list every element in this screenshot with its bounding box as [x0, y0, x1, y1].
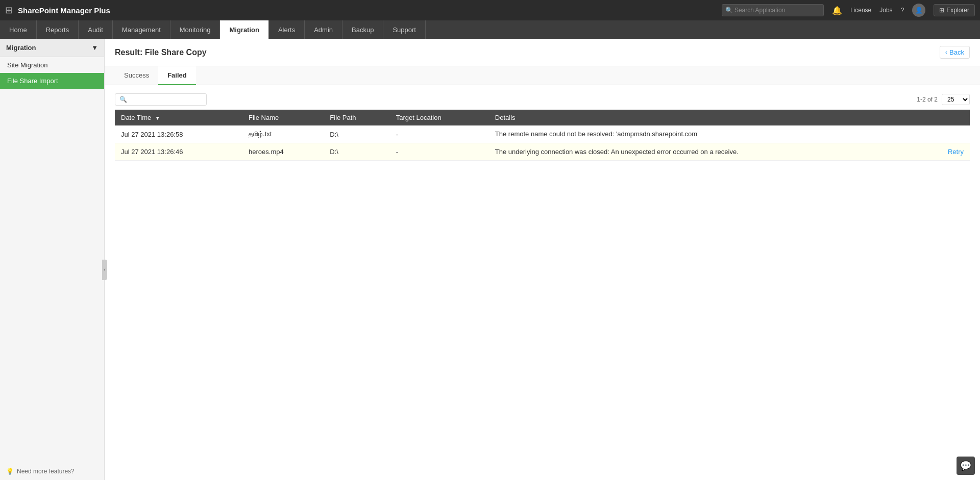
back-label: Back — [949, 48, 964, 56]
nav-item-migration[interactable]: Migration — [220, 20, 269, 39]
col-target: Target Location — [390, 110, 489, 125]
cell-filepath-0: D:\ — [324, 125, 389, 143]
explorer-label: Explorer — [946, 7, 969, 14]
sidebar-item-file-share-import[interactable]: File Share Import — [0, 73, 104, 89]
main-content: Result: File Share Copy ‹ Back Success F… — [105, 39, 980, 480]
cell-target-1: - — [390, 143, 489, 161]
table-area: 🔍 1-2 of 2 25 50 100 Date Time ▼ F — [105, 85, 980, 480]
page-header: Result: File Share Copy ‹ Back — [105, 39, 980, 66]
back-button[interactable]: ‹ Back — [940, 46, 970, 59]
detail-text-0: The remote name could not be resolved: '… — [495, 130, 699, 138]
table-toolbar: 🔍 1-2 of 2 25 50 100 — [115, 93, 970, 106]
data-table: Date Time ▼ File Name File Path Target L… — [115, 110, 970, 161]
grid-icon[interactable]: ⊞ — [5, 5, 13, 16]
cell-filepath-1: D:\ — [324, 143, 389, 161]
sidebar-item-site-migration-label: Site Migration — [7, 61, 47, 69]
bell-icon[interactable]: 🔔 — [832, 6, 842, 15]
sidebar-footer-label: Need more features? — [17, 468, 75, 475]
sidebar-item-file-share-import-label: File Share Import — [7, 77, 58, 85]
sidebar-item-site-migration[interactable]: Site Migration — [0, 57, 104, 73]
app-logo: SharePoint Manager Plus — [18, 6, 110, 15]
table-row: Jul 27 2021 13:26:46heroes.mp4D:\-The un… — [115, 143, 970, 161]
nav-bar: HomeReportsAuditManagementMonitoringMigr… — [0, 20, 980, 39]
search-icon: 🔍 — [725, 7, 733, 14]
col-details: Details — [489, 110, 970, 125]
cell-datetime-0: Jul 27 2021 13:26:58 — [115, 125, 242, 143]
nav-item-support[interactable]: Support — [383, 20, 426, 39]
table-search-input[interactable] — [129, 96, 202, 103]
cell-datetime-1: Jul 27 2021 13:26:46 — [115, 143, 242, 161]
top-bar-right: 🔍 🔔 License Jobs ? 👤 ⊞ Explorer — [722, 4, 975, 17]
sort-arrow-datetime: ▼ — [155, 115, 160, 121]
sidebar-collapse-handle[interactable]: ‹ — [102, 260, 107, 280]
tabs-bar: Success Failed — [105, 66, 980, 85]
col-filename: File Name — [242, 110, 324, 125]
top-bar-left: ⊞ SharePoint Manager Plus — [5, 5, 110, 16]
table-meta: 1-2 of 2 25 50 100 — [917, 94, 970, 105]
nav-item-backup[interactable]: Backup — [342, 20, 383, 39]
avatar[interactable]: 👤 — [912, 4, 925, 17]
retry-link-1[interactable]: Retry — [948, 148, 964, 156]
sidebar: Migration ▼ Site Migration File Share Im… — [0, 39, 105, 480]
cell-filename-1: heroes.mp4 — [242, 143, 324, 161]
sidebar-header[interactable]: Migration ▼ — [0, 39, 104, 57]
per-page-select[interactable]: 25 50 100 — [942, 94, 970, 105]
sidebar-header-label: Migration — [6, 44, 36, 52]
tab-failed-label: Failed — [167, 71, 187, 79]
nav-item-audit[interactable]: Audit — [79, 20, 113, 39]
cell-filename-0: தமிழ்.txt — [242, 125, 324, 143]
sidebar-collapse-icon[interactable]: ▼ — [91, 44, 98, 52]
explorer-button[interactable]: ⊞ Explorer — [934, 4, 975, 16]
nav-item-monitoring[interactable]: Monitoring — [170, 20, 220, 39]
table-row: Jul 27 2021 13:26:58தமிழ்.txtD:\-The rem… — [115, 125, 970, 143]
table-header-row: Date Time ▼ File Name File Path Target L… — [115, 110, 970, 125]
nav-item-alerts[interactable]: Alerts — [269, 20, 305, 39]
tab-success[interactable]: Success — [115, 66, 158, 85]
cell-details-1: The underlying connection was closed: An… — [489, 143, 970, 160]
top-bar: ⊞ SharePoint Manager Plus 🔍 🔔 License Jo… — [0, 0, 980, 20]
table-search[interactable]: 🔍 — [115, 93, 207, 106]
nav-item-management[interactable]: Management — [113, 20, 170, 39]
search-wrapper: 🔍 — [722, 4, 824, 16]
chat-bubble[interactable]: 💬 — [957, 457, 975, 475]
license-link[interactable]: License — [850, 7, 871, 14]
pagination-label: 1-2 of 2 — [917, 96, 938, 103]
page-title: Result: File Share Copy — [115, 48, 207, 57]
search-input[interactable] — [722, 4, 824, 16]
cell-details-0: The remote name could not be resolved: '… — [489, 125, 970, 142]
chat-icon: 💬 — [960, 460, 971, 471]
nav-item-reports[interactable]: Reports — [37, 20, 79, 39]
tab-failed[interactable]: Failed — [158, 66, 196, 85]
sidebar-footer[interactable]: 💡 Need more features? — [0, 463, 104, 480]
app-title: SharePoint Manager Plus — [18, 6, 110, 15]
col-filepath: File Path — [324, 110, 389, 125]
nav-item-home[interactable]: Home — [0, 20, 37, 39]
cell-target-0: - — [390, 125, 489, 143]
help-link[interactable]: ? — [901, 7, 904, 14]
back-icon: ‹ — [945, 48, 947, 56]
layout: Migration ▼ Site Migration File Share Im… — [0, 39, 980, 480]
detail-text-1: The underlying connection was closed: An… — [495, 148, 739, 156]
tab-success-label: Success — [124, 71, 149, 79]
explorer-icon: ⊞ — [939, 7, 944, 14]
table-search-icon: 🔍 — [119, 96, 127, 103]
col-datetime[interactable]: Date Time ▼ — [115, 110, 242, 125]
jobs-link[interactable]: Jobs — [879, 7, 892, 14]
lightbulb-icon: 💡 — [6, 468, 14, 475]
nav-item-admin[interactable]: Admin — [305, 20, 342, 39]
